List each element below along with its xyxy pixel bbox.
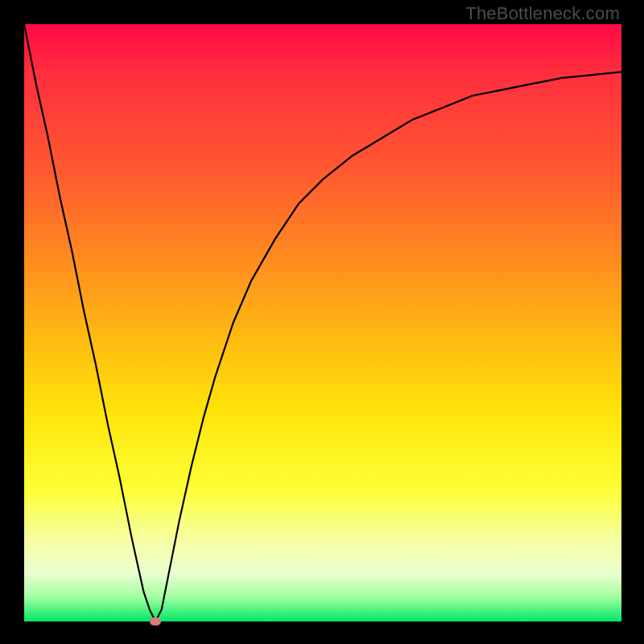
optimal-point-marker	[150, 617, 161, 625]
plot-area	[24, 24, 621, 621]
curve-path	[24, 24, 621, 621]
bottleneck-curve	[24, 24, 621, 621]
chart-frame: TheBottleneck.com	[0, 0, 644, 644]
watermark-text: TheBottleneck.com	[465, 3, 620, 24]
